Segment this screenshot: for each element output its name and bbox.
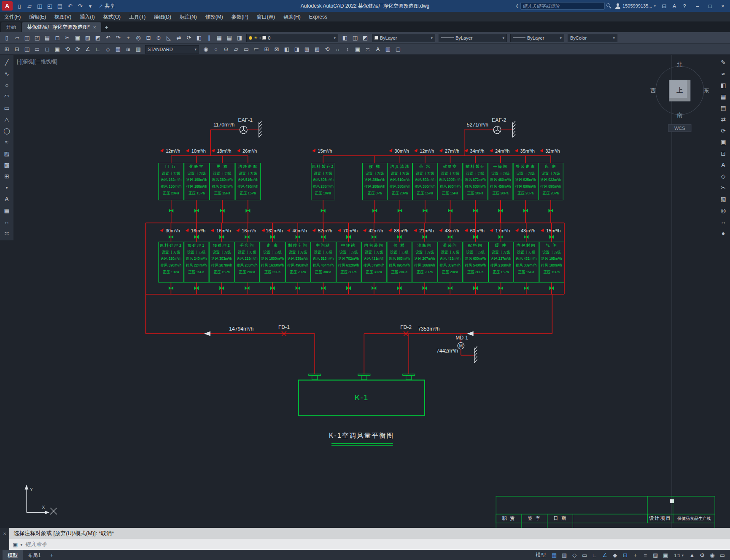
flow-label[interactable]: 1170m³/h [213,122,234,128]
flow-label[interactable]: 16m³/h [191,228,205,233]
flow-label[interactable]: 26m³/h [242,148,257,153]
zoom-previous-icon[interactable]: ⊙ [154,33,164,43]
open-file-icon[interactable]: ▱ [24,1,35,11]
title-block[interactable]: 职 责 签 字 日 期 设计项目 保健品食品生产线 [496,496,715,528]
external-ref-icon[interactable]: ⊟ [12,45,22,54]
block-tool-icon[interactable]: ⊞ [2,170,12,182]
room-box[interactable]: 原料处理2设置 十万级送风 620m³/h排风 590m³/h正压 10Pa [158,242,183,283]
insert-block-icon[interactable]: ⊞ [2,45,12,54]
rotate2-icon[interactable]: ⟲ [322,45,332,54]
flow-label[interactable]: 42m³/h [369,228,383,233]
diamond-icon[interactable]: ◇ [718,170,728,182]
cart-icon[interactable]: ⊟ [659,1,669,11]
room-box[interactable]: 候 梯设置 十万级送风 288m³/h排风 288m³/h正压 0Pa [362,163,388,200]
maximize-button[interactable]: □ [704,1,717,11]
undo-icon[interactable]: ↶ [65,1,75,11]
mirror-icon[interactable]: ◧ [718,79,728,91]
flow-label[interactable]: FD-2 [400,324,412,330]
infer-constraints-icon[interactable]: ◇ [569,551,579,560]
hatch-icon[interactable]: ▧ [302,45,312,54]
room-box[interactable]: 内包装间设置 十万级送风 421m³/h排风 379m³/h正压 30Pa [361,242,387,283]
regen-icon[interactable]: ⟲ [62,45,73,54]
selection-cycling-icon[interactable]: ▣ [660,551,671,560]
arrows-icon[interactable]: ↔ [718,216,728,227]
flow-label[interactable]: 32m³/h [545,148,560,153]
commandline-close-icon[interactable]: × [0,528,9,539]
menu-item[interactable]: Express [305,12,331,22]
flow-label[interactable]: 17m³/h [496,228,510,233]
text-style-select[interactable]: STANDARD ▾ [145,45,199,54]
sheet-tab[interactable]: 模型 [3,550,23,560]
refresh-icon[interactable]: ⟳ [718,125,728,136]
help-icon[interactable]: ? [679,1,690,11]
annotation-scale[interactable]: 1:1 ▾ [671,553,686,558]
stretch-v-icon[interactable]: ↕ [342,45,353,54]
flow-label[interactable]: 12m³/h [166,148,180,153]
room-box[interactable]: 候 梯设置 十万级送风 983m³/h排风 895m³/h正压 30Pa [387,242,412,283]
flow-label[interactable]: 5271m³/h [467,122,488,128]
model-space-toggle[interactable]: 模型 [536,552,546,559]
block-icon[interactable]: ⊠ [272,45,282,54]
redraw-icon[interactable]: ⟳ [73,45,83,54]
flow-label[interactable]: 43m³/h [521,228,535,233]
cut-icon[interactable]: ✂ [62,33,73,43]
properties-icon[interactable]: ▣ [353,45,363,54]
room-box[interactable]: 内包材间设置 十万级送风 432m³/h排风 389m³/h正压 15Pa [514,242,539,283]
open-file-icon[interactable]: ▱ [12,33,22,43]
transparency-icon[interactable]: ▨ [650,551,660,560]
object-snap-icon[interactable]: ⊡ [620,551,630,560]
new-file-icon[interactable]: ▯ [2,33,12,43]
hatch-tool-icon[interactable]: ▨ [2,148,12,159]
account-menu[interactable]: 1505999135... ▾ [613,3,657,9]
save-icon[interactable]: ◫ [22,33,32,43]
group-icon[interactable]: ▥ [383,45,393,54]
menu-item[interactable]: 编辑(E) [25,12,50,22]
viewcube-west[interactable]: 西 [650,87,656,95]
gradient-icon[interactable]: ▨ [312,45,322,54]
flow-label[interactable]: 7442m³/h [436,348,458,354]
workspace-gear-icon[interactable]: ⚙ [697,551,707,560]
polar-tracking-icon[interactable]: ∠ [600,551,610,560]
flow-label[interactable]: X [42,505,45,510]
isodraft-icon[interactable]: ◇ [103,45,113,54]
room-box[interactable]: 干燥间设置 十万级送风 480m³/h排风 456m³/h正压 20Pa [488,163,513,200]
isodraft-icon[interactable]: ◆ [610,551,620,560]
flow-label[interactable]: EAF-2 [492,117,506,123]
room-box[interactable]: 洁净走廊设置 十万级送风 516m³/h排风 490m³/h正压 15Pa [235,163,261,200]
offset-icon[interactable]: ∥ [204,33,214,43]
text-icon[interactable]: A [718,159,728,170]
layer-isolate-icon[interactable]: ◩ [360,33,370,43]
menu-item[interactable]: 修改(M) [201,12,227,22]
flow-label[interactable]: 12m³/h [420,148,434,153]
menu-item[interactable]: 标注(N) [175,12,201,22]
room-box[interactable]: 原料暂存2设置 十万级送风 303m³/h排风 288m³/h正压 10Pa [311,163,335,200]
sheet-icon[interactable]: ▣ [52,45,62,54]
ellipse-tool-icon[interactable]: ◯ [2,125,12,136]
undo-icon[interactable]: ↶ [103,33,113,43]
flow-label[interactable]: EAF-1 [238,117,253,123]
viewport2-icon[interactable]: ▭ [241,45,251,54]
viewcube-north[interactable]: 北 [649,60,710,68]
grid-icon[interactable]: ▦ [113,45,123,54]
angle-icon[interactable]: ∠ [83,45,93,54]
donut-icon[interactable]: ⊙ [221,45,231,54]
drawing-geometry[interactable]: 12m³/h10m³/h18m³/h26m³/h15m³/h30m³/h12m³… [0,55,730,528]
room-box[interactable]: 洗瓶间设置 十万级送风 207m³/h排风 186m³/h正压 20Pa [412,242,437,283]
swap-icon[interactable]: ⇄ [718,113,728,125]
move-icon[interactable]: ⇄ [174,33,184,43]
smooth-icon[interactable]: ≈ [718,68,728,79]
autocad-logo-icon[interactable]: A [2,1,13,11]
panel-icon[interactable]: ▤ [718,102,728,113]
flow-label[interactable]: M [459,344,463,348]
room-box[interactable]: 整装走廊设置 十万级送风 925m³/h排风 890m³/h正压 20Pa [513,163,539,200]
save-icon[interactable]: ◫ [35,1,45,11]
room-box[interactable]: 库 房设置 十万级送风 922m³/h排风 890m³/h正压 20Pa [538,163,563,200]
menu-item[interactable]: 视图(V) [50,12,75,22]
grid-icon[interactable]: ▦ [718,91,728,102]
circle-tool-icon[interactable]: ○ [2,79,12,91]
text-tool-icon[interactable]: A [2,193,12,205]
room-box[interactable]: 配料间设置 十万级送风 600m³/h排风 540m³/h正压 30Pa [463,242,488,283]
tab-document[interactable]: 某保健品厂净化空调改造图* × [22,22,101,32]
room-box[interactable]: 化验室设置 十万级送风 198m³/h排风 188m³/h正压 15Pa [184,163,210,200]
command-input[interactable]: ▣ ▾ 键入命令 [9,539,730,550]
